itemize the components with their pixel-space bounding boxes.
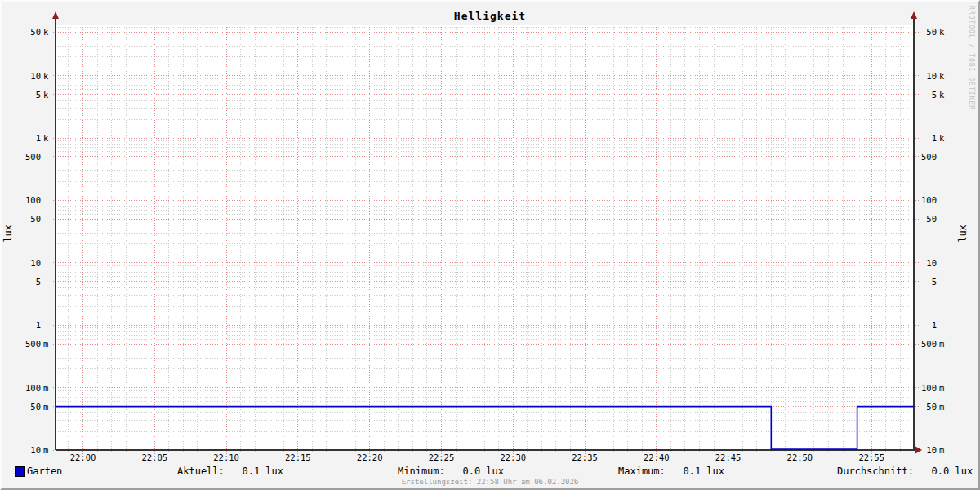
legend-color-swatch [15, 466, 25, 477]
rrdtool-graph: Helligkeit RRDTOOL / TOBI OETIKER lux lu… [0, 0, 980, 490]
stat-aktuell: Aktuell: 0.1 lux [177, 466, 283, 477]
chart-canvas [2, 2, 980, 490]
rrdtool-watermark: RRDTOOL / TOBI OETIKER [968, 6, 975, 110]
stat-minimum: Minimum: 0.0 lux [398, 466, 504, 477]
stat-durchschnitt: Durchschnitt: 0.0 lux [837, 466, 973, 477]
x-axis-arrow [915, 447, 922, 454]
y-axis-unit-left: lux [2, 219, 14, 248]
y-axis-unit-right: lux [957, 219, 969, 248]
legend-series-label: Garten [27, 466, 62, 477]
graph-title: Helligkeit [2, 10, 978, 22]
creation-timestamp: Erstellungszeit: 22:58 Uhr am 06.02.2026 [2, 478, 978, 486]
stat-maximum: Maximum: 0.1 lux [618, 466, 724, 477]
